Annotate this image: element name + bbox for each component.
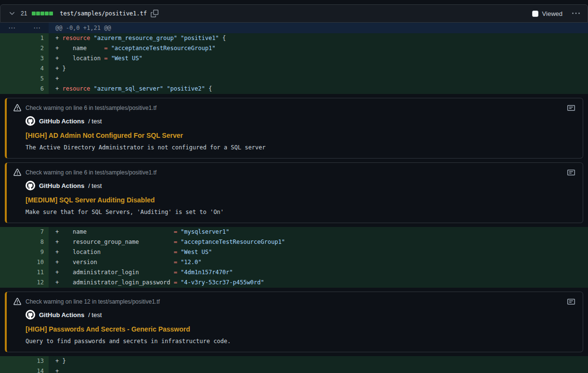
- file-header-actions: Viewed: [532, 10, 580, 17]
- hunk-header-text: @@ -0,0 +1,21 @@: [49, 23, 588, 33]
- note-icon: [567, 104, 575, 112]
- warning-triangle-icon: [13, 298, 21, 306]
- note-icon: [567, 169, 575, 176]
- check-run-name[interactable]: / test: [88, 182, 102, 189]
- line-number[interactable]: 8: [0, 237, 49, 247]
- diffstat-square: [40, 12, 44, 15]
- file-options-button[interactable]: [572, 10, 580, 17]
- code-token: +: [55, 368, 59, 373]
- copy-path-button[interactable]: [151, 10, 158, 17]
- code-token: {: [219, 35, 226, 41]
- line-number[interactable]: 4: [0, 64, 49, 74]
- annotation-message: Make sure that for SQL Servers, 'Auditin…: [26, 209, 575, 216]
- line-number[interactable]: 3: [0, 53, 49, 64]
- check-annotation: Check warning on line 6 in test/samples/…: [5, 98, 583, 159]
- line-number[interactable]: 2: [0, 43, 49, 53]
- code-token: +: [55, 85, 62, 92]
- line-number[interactable]: 12: [0, 278, 49, 288]
- github-actions-avatar: [26, 181, 35, 190]
- code-token: "4-v3ry-53cr37-p455w0rd": [181, 279, 264, 286]
- diff-line-added: 14+: [0, 366, 588, 373]
- diffstat-square: [32, 12, 36, 15]
- code-token: =: [174, 269, 177, 276]
- code-token: resource: [62, 85, 90, 92]
- line-number[interactable]: 6: [0, 84, 49, 94]
- check-run-name[interactable]: / test: [88, 311, 102, 319]
- code-token: + name: [55, 45, 104, 52]
- code-line: + resource "azurerm_resource_group" "pos…: [49, 33, 588, 43]
- code-token: +: [55, 75, 59, 82]
- collapse-file-button[interactable]: [8, 10, 16, 17]
- line-number[interactable]: 1: [0, 33, 49, 43]
- file-header: 21 test/samples/positive1.tf Viewed: [0, 4, 588, 23]
- code-token: [107, 55, 111, 62]
- diff-line-added: 13+ }: [0, 356, 588, 366]
- code-token: {: [205, 85, 212, 92]
- code-token: + location: [55, 249, 174, 255]
- expand-hunk-down-button[interactable]: ⋯: [33, 25, 40, 32]
- diff-code-section: 1+ resource "azurerm_resource_group" "po…: [0, 33, 588, 94]
- annotation-note-button[interactable]: [567, 298, 575, 306]
- annotation-note-button[interactable]: [567, 104, 575, 112]
- line-number[interactable]: 14: [0, 366, 49, 373]
- diff-line-added: 11+ administrator_login = "4dm1n157r470r…: [0, 267, 588, 278]
- code-token: + }: [55, 65, 66, 72]
- check-source: GitHub Actions / test: [26, 116, 575, 126]
- line-number[interactable]: 13: [0, 356, 49, 366]
- annotation-title: [MEDIUM] SQL Server Auditing Disabled: [26, 196, 575, 204]
- warning-triangle-icon: [13, 169, 21, 176]
- diff-line-added: 5+: [0, 74, 588, 84]
- code-line: + administrator_login = "4dm1n157r470r": [49, 267, 588, 278]
- code-token: =: [174, 239, 177, 245]
- check-suite-name[interactable]: GitHub Actions: [39, 311, 84, 319]
- code-token: "positive1": [181, 35, 219, 41]
- line-number[interactable]: 11: [0, 267, 49, 278]
- annotation-message: Query to find passwords and secrets in i…: [26, 338, 575, 345]
- diff-line-added: 12+ administrator_login_password = "4-v3…: [0, 278, 588, 288]
- code-token: + resource_group_name: [55, 239, 174, 245]
- code-token: "mysqlserver1": [181, 228, 229, 235]
- viewed-label: Viewed: [542, 10, 562, 17]
- check-run-name[interactable]: / test: [88, 118, 102, 125]
- annotation-context: Check warning on line 12 in test/samples…: [26, 298, 160, 305]
- viewed-checkbox[interactable]: [532, 11, 538, 17]
- line-number[interactable]: 10: [0, 257, 49, 267]
- github-actions-avatar: [26, 310, 35, 320]
- annotation-header: Check warning on line 6 in test/samples/…: [13, 104, 575, 112]
- code-line: + resource "azurerm_sql_server" "positiv…: [49, 84, 588, 94]
- code-line: +: [49, 366, 588, 373]
- code-line: + version = "12.0": [49, 257, 588, 267]
- annotation-header: Check warning on line 6 in test/samples/…: [13, 169, 575, 176]
- code-token: =: [174, 228, 177, 235]
- pr-file-diff: 21 test/samples/positive1.tf Viewed ⋯ ⋯: [0, 0, 588, 373]
- diff-line-added: 2+ name = "acceptanceTestResourceGroup1": [0, 43, 588, 53]
- annotation-context: Check warning on line 6 in test/samples/…: [26, 169, 157, 176]
- code-line: + location = "West US": [49, 247, 588, 257]
- diffstat-square: [45, 12, 49, 15]
- diff-line-added: 10+ version = "12.0": [0, 257, 588, 267]
- line-number[interactable]: 7: [0, 227, 49, 237]
- annotation-note-button[interactable]: [567, 169, 575, 176]
- line-number[interactable]: 5: [0, 74, 49, 84]
- code-line: + name = "mysqlserver1": [49, 227, 588, 237]
- warning-triangle-icon: [13, 104, 21, 112]
- diff-line-added: 7+ name = "mysqlserver1": [0, 227, 588, 237]
- diffstat: [32, 12, 53, 15]
- code-token: "West US": [181, 249, 212, 255]
- viewed-toggle[interactable]: Viewed: [532, 10, 562, 17]
- code-token: + administrator_login_password: [55, 279, 174, 286]
- check-suite-name[interactable]: GitHub Actions: [39, 118, 84, 125]
- line-number[interactable]: 9: [0, 247, 49, 257]
- check-suite-name[interactable]: GitHub Actions: [39, 182, 84, 189]
- code-token: "12.0": [181, 259, 201, 266]
- code-token: + }: [55, 358, 66, 364]
- annotation-message: The Active Directory Administrator is no…: [26, 144, 575, 151]
- check-source: GitHub Actions / test: [26, 181, 575, 190]
- hunk-gutter: ⋯ ⋯: [0, 23, 49, 33]
- code-line: +: [49, 74, 588, 84]
- expand-hunk-up-button[interactable]: ⋯: [8, 25, 15, 32]
- diff-line-added: 6+ resource "azurerm_sql_server" "positi…: [0, 84, 588, 94]
- check-source: GitHub Actions / test: [26, 310, 575, 320]
- file-path[interactable]: test/samples/positive1.tf: [60, 10, 147, 17]
- hunk-header-row: ⋯ ⋯ @@ -0,0 +1,21 @@: [0, 23, 588, 33]
